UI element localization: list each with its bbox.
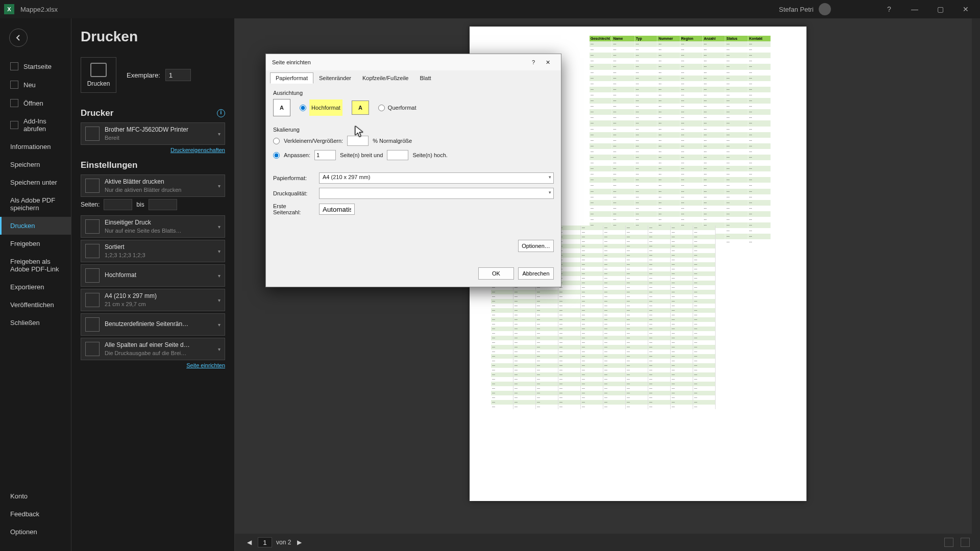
- nav-veroffentlichen[interactable]: Veröffentlichen: [0, 296, 71, 314]
- copies-input[interactable]: [165, 69, 191, 81]
- close-button[interactable]: ✕: [955, 5, 976, 13]
- chevron-down-icon: ▾: [549, 174, 551, 180]
- help-button[interactable]: ?: [879, 5, 899, 13]
- fit-tall-input[interactable]: [387, 150, 408, 160]
- portrait-icon: [85, 268, 100, 283]
- dialog-close-button[interactable]: ✕: [541, 55, 555, 69]
- adjust-suffix: % Normalgröße: [373, 138, 412, 144]
- page-setup-dialog: Seite einrichten ? ✕ Papierformat Seiten…: [265, 54, 561, 287]
- paper-format-select[interactable]: A4 (210 x 297 mm) ▾: [319, 172, 554, 184]
- cancel-button[interactable]: Abbrechen: [518, 267, 554, 280]
- addins-icon: [10, 121, 18, 129]
- page-number-input[interactable]: [258, 537, 272, 547]
- fit-tall-label: Seite(n) hoch.: [412, 152, 447, 158]
- nav-speichern-unter[interactable]: Speichern unter: [0, 173, 71, 191]
- landscape-radio[interactable]: [378, 105, 385, 111]
- scaling-dropdown[interactable]: Alle Spalten auf einer Seite d… Die Druc…: [81, 338, 225, 360]
- nav-adobe-pdf[interactable]: Als Adobe PDF speichern: [0, 191, 71, 217]
- chevron-down-icon: ▾: [218, 297, 220, 303]
- preview-data-table-top: GeschlechtNameTypNummerRegionAnzahlStatu…: [590, 36, 771, 245]
- nav-neu[interactable]: Neu: [0, 76, 71, 94]
- chevron-down-icon: ▾: [218, 346, 220, 352]
- back-button[interactable]: [9, 29, 28, 47]
- page-setup-link[interactable]: Seite einrichten: [186, 362, 225, 368]
- tab-seitenrander[interactable]: Seitenränder: [313, 72, 357, 84]
- print-heading: Drucken: [81, 29, 225, 45]
- username: Stefan Petri: [779, 6, 814, 13]
- printer-dropdown[interactable]: Brother MFC-J5620DW Printer Bereit ▾: [81, 122, 225, 145]
- titlebar: X Mappe2.xlsx Stefan Petri ? — ▢ ✕: [0, 0, 980, 18]
- pages-to-input[interactable]: [149, 199, 177, 210]
- new-icon: [10, 81, 18, 89]
- pages-label: Seiten:: [81, 201, 100, 208]
- nav-drucken[interactable]: Drucken: [0, 217, 71, 235]
- print-quality-label: Druckqualität:: [273, 190, 314, 196]
- fit-wide-input[interactable]: [314, 150, 336, 160]
- first-page-input[interactable]: [319, 204, 355, 215]
- print-quality-select[interactable]: ▾: [319, 188, 554, 199]
- zoom-to-page-button[interactable]: [961, 538, 970, 547]
- chevron-down-icon: ▾: [218, 273, 220, 279]
- user-area: Stefan Petri ? — ▢ ✕: [779, 3, 976, 15]
- margins-dropdown[interactable]: Benutzerdefinierte Seitenrän… ▾: [81, 313, 225, 336]
- paper-icon: [85, 293, 100, 307]
- home-icon: [10, 62, 18, 70]
- avatar[interactable]: [819, 3, 831, 15]
- minimize-button[interactable]: —: [904, 5, 925, 13]
- nav-freigeben[interactable]: Freigeben: [0, 235, 71, 253]
- sync-icon[interactable]: [840, 5, 848, 13]
- vertical-scrollbar[interactable]: [972, 18, 980, 534]
- nav-konto[interactable]: Konto: [0, 487, 71, 505]
- adjust-percent-input[interactable]: [347, 136, 369, 146]
- info-icon[interactable]: i: [217, 109, 225, 117]
- document-title: Mappe2.xlsx: [20, 6, 58, 13]
- orientation-dropdown[interactable]: Hochformat ▾: [81, 264, 225, 287]
- nav-feedback[interactable]: Feedback: [0, 505, 71, 523]
- pages-from-input[interactable]: [104, 199, 132, 210]
- chevron-down-icon: ▾: [218, 131, 220, 137]
- tab-blatt[interactable]: Blatt: [414, 72, 436, 84]
- backstage-nav: Startseite Neu Öffnen Add-Ins abrufen In…: [0, 18, 71, 551]
- collate-dropdown[interactable]: Sortiert 1;2;3 1;2;3 1;2;3 ▾: [81, 240, 225, 262]
- nav-exportieren[interactable]: Exportieren: [0, 278, 71, 296]
- nav-schliessen[interactable]: Schließen: [0, 314, 71, 332]
- dialog-help-button[interactable]: ?: [526, 55, 541, 69]
- tab-papierformat[interactable]: Papierformat: [270, 72, 313, 84]
- copies-label: Exemplare:: [127, 71, 160, 79]
- nav-optionen[interactable]: Optionen: [0, 523, 71, 541]
- print-button[interactable]: Drucken: [81, 57, 116, 93]
- nav-addins[interactable]: Add-Ins abrufen: [0, 112, 71, 138]
- notify-icon[interactable]: [862, 5, 870, 13]
- sides-dropdown[interactable]: Einseitiger Druck Nur auf eine Seite des…: [81, 215, 225, 238]
- onesided-icon: [85, 219, 100, 234]
- adjust-radio[interactable]: [273, 138, 280, 144]
- print-what-dropdown[interactable]: Aktive Blätter drucken Nur die aktiven B…: [81, 174, 225, 197]
- chevron-down-icon: ▾: [218, 322, 220, 328]
- nav-informationen[interactable]: Informationen: [0, 138, 71, 156]
- paper-dropdown[interactable]: A4 (210 x 297 mm) 21 cm x 29,7 cm ▾: [81, 289, 225, 311]
- show-margins-button[interactable]: [944, 538, 953, 547]
- landscape-preview-icon: A: [352, 101, 369, 115]
- nav-startseite[interactable]: Startseite: [0, 57, 71, 76]
- prev-page-button[interactable]: ◀: [245, 539, 254, 546]
- ok-button[interactable]: OK: [478, 267, 514, 280]
- options-button[interactable]: Optionen…: [518, 240, 554, 252]
- fit-icon: [85, 342, 100, 356]
- tab-kopfzeile[interactable]: Kopfzeile/Fußzeile: [357, 72, 414, 84]
- scaling-group-label: Skalierung: [273, 127, 554, 133]
- nav-adobe-link[interactable]: Freigeben als Adobe PDF-Link: [0, 253, 71, 278]
- maximize-button[interactable]: ▢: [930, 5, 950, 13]
- collate-icon: [85, 244, 100, 258]
- chevron-down-icon: ▾: [218, 224, 220, 230]
- chevron-down-icon: ▾: [549, 190, 551, 195]
- next-page-button[interactable]: ▶: [295, 539, 304, 546]
- printer-properties-link[interactable]: Druckereigenschaften: [170, 147, 225, 153]
- first-page-label: Erste Seitenzahl:: [273, 203, 314, 215]
- chevron-down-icon: ▾: [218, 248, 220, 254]
- printer-icon: [90, 63, 107, 77]
- portrait-radio[interactable]: [300, 105, 306, 111]
- nav-speichern[interactable]: Speichern: [0, 156, 71, 173]
- fit-radio[interactable]: [273, 152, 280, 159]
- nav-offnen[interactable]: Öffnen: [0, 94, 71, 112]
- sheets-icon: [85, 179, 100, 193]
